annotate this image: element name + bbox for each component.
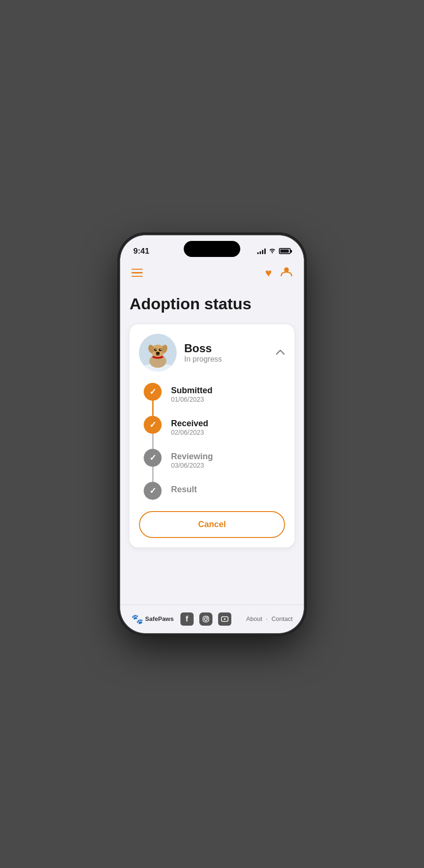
svg-point-15 (207, 617, 208, 618)
timeline-date-received: 02/06/2023 (171, 429, 208, 436)
facebook-icon[interactable]: f (180, 612, 194, 626)
timeline-label-result: Result (171, 485, 197, 495)
timeline-dot-submitted: ✓ (144, 383, 162, 401)
pet-name-status: Boss In progress (184, 342, 222, 364)
timeline-content-result: Result (171, 482, 197, 495)
collapse-icon[interactable] (276, 347, 285, 357)
youtube-icon[interactable] (218, 612, 231, 626)
page-content: Adoption status (120, 285, 304, 604)
timeline-left: ✓ (144, 416, 162, 449)
signal-icon (257, 248, 266, 254)
timeline-label-reviewing: Reviewing (171, 452, 213, 462)
card-header: Boss In progress (139, 334, 285, 372)
footer-separator: · (266, 615, 268, 622)
timeline-date-submitted: 01/06/2023 (171, 396, 212, 403)
timeline-dot-received: ✓ (144, 416, 162, 434)
pet-name: Boss (184, 342, 222, 355)
timeline-label-received: Received (171, 419, 208, 429)
favorites-icon[interactable]: ♥ (265, 266, 272, 280)
timeline-content-reviewing: Reviewing 03/06/2023 (171, 449, 213, 479)
contact-link[interactable]: Contact (271, 615, 293, 622)
timeline-line (152, 467, 154, 482)
timeline-item: ✓ Submitted 01/06/2023 (144, 383, 285, 416)
instagram-icon[interactable] (199, 612, 212, 626)
timeline-left: ✓ (144, 482, 162, 500)
safepaws-brand-name: SafePaws (145, 615, 174, 622)
page-title: Adoption status (130, 295, 294, 313)
timeline-dot-result: ✓ (144, 482, 162, 500)
pet-status: In progress (184, 355, 222, 364)
safepaws-logo: 🐾 SafePaws (131, 613, 174, 625)
nav-bar: ♥ (120, 261, 304, 285)
timeline-date-reviewing: 03/06/2023 (171, 462, 213, 469)
svg-point-8 (154, 348, 157, 351)
nav-right: ♥ (265, 265, 293, 281)
about-link[interactable]: About (246, 615, 262, 622)
footer-right: About · Contact (246, 615, 293, 622)
svg-point-12 (156, 352, 160, 355)
adoption-card: Boss In progress (130, 324, 294, 547)
status-bar: 9:41 (120, 235, 304, 261)
footer-social: f (180, 612, 231, 626)
status-icons (257, 248, 291, 255)
status-time: 9:41 (133, 247, 149, 256)
svg-point-9 (159, 348, 162, 351)
cancel-button[interactable]: Cancel (139, 511, 285, 538)
timeline-line (152, 434, 154, 449)
battery-icon (279, 248, 291, 254)
timeline-content-submitted: Submitted 01/06/2023 (171, 383, 212, 413)
timeline-item: ✓ Reviewing 03/06/2023 (144, 449, 285, 482)
timeline-dot-reviewing: ✓ (144, 449, 162, 467)
svg-point-14 (204, 618, 207, 620)
timeline-item: ✓ Received 02/06/2023 (144, 416, 285, 449)
pet-info: Boss In progress (139, 334, 222, 372)
svg-point-10 (155, 349, 156, 350)
wifi-icon (269, 248, 276, 255)
paw-icon: 🐾 (131, 613, 143, 625)
profile-icon[interactable] (280, 265, 293, 281)
timeline: ✓ Submitted 01/06/2023 ✓ (139, 383, 285, 500)
svg-point-11 (160, 349, 161, 350)
hamburger-menu-icon[interactable] (131, 269, 143, 277)
timeline-content-received: Received 02/06/2023 (171, 416, 208, 446)
dynamic-island (184, 241, 240, 257)
svg-point-0 (284, 267, 289, 272)
footer: 🐾 SafePaws f (120, 604, 304, 633)
timeline-left: ✓ (144, 383, 162, 416)
phone-frame: 9:41 ♥ (120, 235, 304, 633)
phone-screen: 9:41 ♥ (120, 235, 304, 633)
footer-left: 🐾 SafePaws f (131, 612, 231, 626)
pet-avatar (139, 334, 177, 372)
timeline-line (152, 401, 154, 416)
timeline-left: ✓ (144, 449, 162, 482)
timeline-label-submitted: Submitted (171, 386, 212, 396)
timeline-item: ✓ Result (144, 482, 285, 500)
